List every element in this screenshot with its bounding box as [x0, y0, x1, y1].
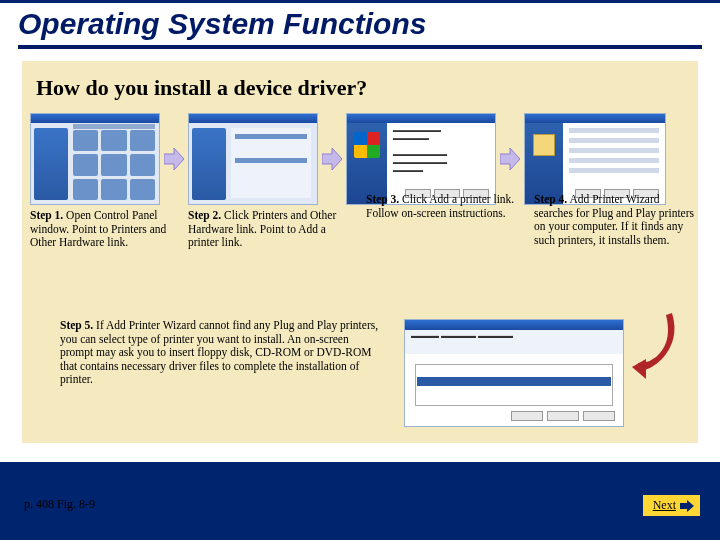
step-1-text: Step 1. Open Control Panel window. Point… — [30, 209, 180, 250]
screenshot-install-driver: ▬▬▬▬ ▬▬▬▬▬ ▬▬▬▬▬ — [404, 319, 624, 427]
arrow-right-icon — [680, 500, 694, 512]
step-2-text: Step 2. Click Printers and Other Hardwar… — [188, 209, 358, 250]
page-title: Operating System Functions — [18, 7, 702, 41]
subtitle: How do you install a device driver? — [36, 75, 367, 101]
screenshot-control-panel — [30, 113, 160, 205]
step-5-row: Step 5. If Add Printer Wizard cannot fin… — [60, 319, 670, 427]
screenshot-printers-hardware: Add a printer link — [188, 113, 318, 205]
swoosh-icon — [632, 309, 680, 385]
step-5-text: Step 5. If Add Printer Wizard cannot fin… — [60, 319, 380, 387]
title-rule — [18, 45, 702, 49]
screenshot-add-printer-wizard-search — [524, 113, 666, 205]
next-button-label: Next — [653, 498, 676, 513]
screenshot-add-printer-wizard-intro: ▬▬▬▬▬▬▬▬▬▬▬▬▬▬▬▬▬▬▬▬▬▬▬▬▬▬▬▬▬▬▬▬▬▬▬▬▬ — [346, 113, 496, 205]
arrow-icon — [322, 113, 342, 205]
next-button[interactable]: Next — [643, 495, 700, 516]
screenshot-row: Add a printer link ▬▬▬▬▬▬▬▬▬▬▬▬▬▬▬▬▬▬▬▬▬… — [30, 113, 690, 205]
content-panel: How do you install a device driver? Add … — [22, 61, 698, 443]
step-4-text: Step 4. Add Printer Wizard searches for … — [534, 193, 694, 250]
footer-reference: p. 408 Fig. 8-9 — [24, 497, 95, 512]
steps-grid: Step 1. Open Control Panel window. Point… — [30, 209, 690, 250]
footer-bar — [0, 462, 720, 540]
arrow-icon — [500, 113, 520, 205]
step-3-text: Step 3. Click Add a printer link. Follow… — [366, 193, 526, 250]
arrow-icon — [164, 113, 184, 205]
